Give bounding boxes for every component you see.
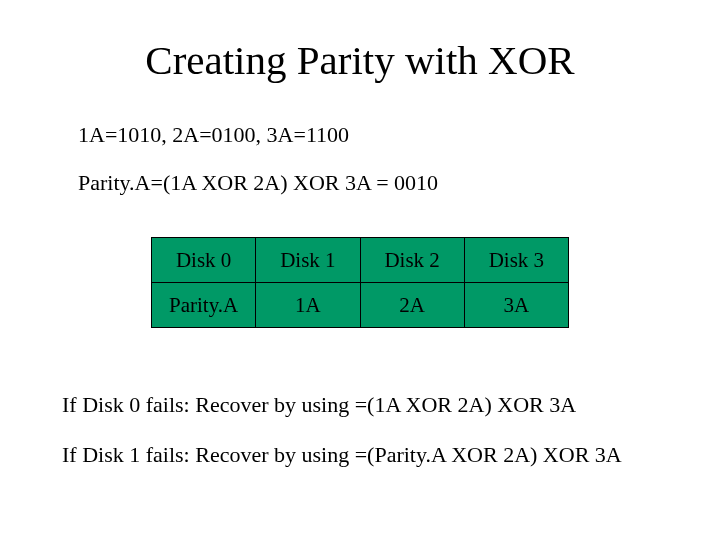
table-cell: 2A xyxy=(360,283,464,328)
parity-formula-line: Parity.A=(1A XOR 2A) XOR 3A = 0010 xyxy=(78,170,438,196)
table-cell: Disk 1 xyxy=(256,238,360,283)
table-cell: Disk 2 xyxy=(360,238,464,283)
values-line: 1A=1010, 2A=0100, 3A=1100 xyxy=(78,122,349,148)
table-row: Parity.A 1A 2A 3A xyxy=(152,283,569,328)
table-cell: Disk 3 xyxy=(464,238,568,283)
table-cell: Parity.A xyxy=(152,283,256,328)
recover-line-2: If Disk 1 fails: Recover by using =(Pari… xyxy=(62,442,622,468)
table-cell: Disk 0 xyxy=(152,238,256,283)
table-cell: 3A xyxy=(464,283,568,328)
slide-title: Creating Parity with XOR xyxy=(0,36,720,84)
recover-line-1: If Disk 0 fails: Recover by using =(1A X… xyxy=(62,392,576,418)
table-cell: 1A xyxy=(256,283,360,328)
slide: Creating Parity with XOR 1A=1010, 2A=010… xyxy=(0,0,720,540)
parity-table: Disk 0 Disk 1 Disk 2 Disk 3 Parity.A 1A … xyxy=(151,237,569,328)
table-row: Disk 0 Disk 1 Disk 2 Disk 3 xyxy=(152,238,569,283)
